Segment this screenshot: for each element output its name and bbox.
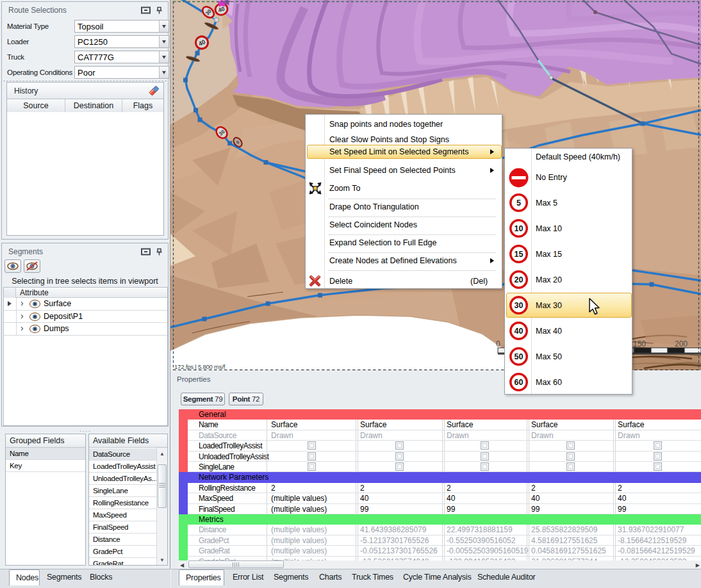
svg-text:0: 0	[496, 339, 500, 348]
svg-text:20: 20	[515, 275, 524, 284]
svg-text:10: 10	[515, 224, 524, 233]
svg-text:15: 15	[515, 250, 524, 259]
svg-text:40: 40	[515, 327, 524, 336]
svg-text:200: 200	[675, 339, 688, 348]
svg-text:150: 150	[633, 339, 646, 348]
svg-text:30: 30	[515, 301, 524, 310]
svg-text:60: 60	[515, 378, 524, 387]
svg-text:172 fps | 5.800 ms/f: 172 fps | 5.800 ms/f	[174, 363, 226, 370]
svg-text:5: 5	[516, 199, 521, 208]
svg-text:50: 50	[515, 352, 524, 361]
